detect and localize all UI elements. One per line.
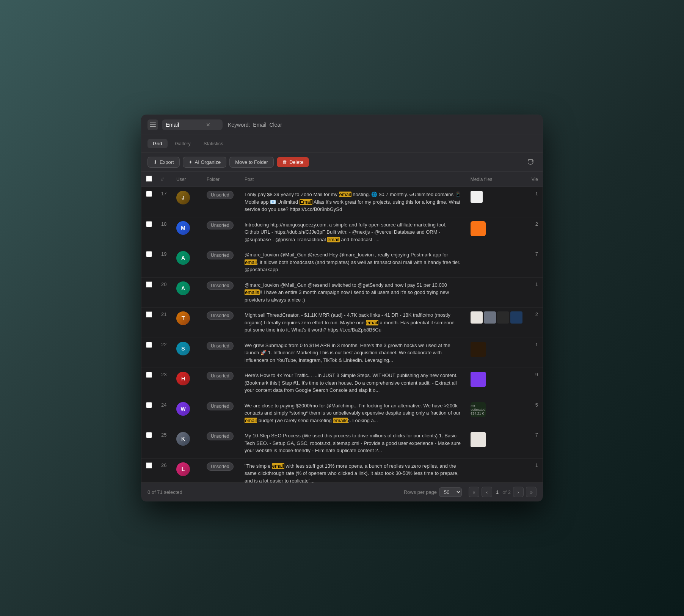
ai-icon: ✦ — [188, 159, 193, 165]
row-number: 26 — [157, 458, 172, 482]
last-page-button[interactable]: » — [526, 487, 537, 497]
post-text: My 10-Step SEO Process (We used this pro… — [240, 428, 466, 459]
avatar: H — [176, 372, 190, 385]
media-thumb[interactable] — [471, 342, 486, 357]
avatar: L — [176, 462, 190, 476]
selected-count: 0 of 71 selected — [147, 489, 182, 495]
tab-gallery[interactable]: Gallery — [170, 139, 196, 148]
rows-per-page-label: Rows per page — [404, 489, 437, 495]
row-checkbox[interactable] — [146, 191, 152, 197]
folder-badge[interactable]: Unsorted — [207, 372, 234, 380]
post-text: @marc_louvion @Mail_Gun @resend i switch… — [240, 277, 466, 308]
keyword-value: Email — [253, 122, 266, 128]
row-number: 22 — [157, 338, 172, 368]
col-header-number: # — [157, 172, 172, 187]
row-checkbox[interactable] — [146, 402, 152, 408]
table-row: 20 A Unsorted @marc_louvion @Mail_Gun @r… — [141, 277, 543, 308]
delete-button[interactable]: 🗑 Delete — [277, 157, 309, 167]
media-thumb[interactable] — [471, 372, 486, 387]
view-count: 7 — [527, 428, 543, 459]
post-text: We grew Submagic from 0 to $1M ARR in 3 … — [240, 338, 466, 368]
media-thumb[interactable] — [484, 311, 496, 324]
media-thumbnails — [471, 342, 522, 357]
keyword-badge: Keyword: Email Clear — [228, 122, 282, 128]
avatar: T — [176, 311, 190, 325]
search-clear-icon[interactable]: ✕ — [206, 122, 210, 127]
folder-badge[interactable]: Unsorted — [207, 251, 234, 259]
media-thumbnails — [471, 372, 522, 387]
folder-badge[interactable]: Unsorted — [207, 432, 234, 440]
media-thumb[interactable]: est estimated €14.21 € — [471, 402, 486, 417]
row-number: 21 — [157, 308, 172, 338]
tab-statistics[interactable]: Statistics — [198, 139, 229, 148]
row-checkbox[interactable] — [146, 311, 152, 317]
col-header-views: Vie — [527, 172, 543, 187]
actions-row: ⬇ Export ✦ AI Organize Move to Folder 🗑 … — [141, 152, 543, 172]
move-to-folder-button[interactable]: Move to Folder — [229, 157, 274, 168]
clear-button[interactable]: Clear — [269, 122, 282, 128]
statusbar: 0 of 71 selected Rows per page 50 25 100… — [141, 482, 543, 501]
search-input[interactable]: Email — [166, 122, 204, 128]
media-thumb[interactable] — [510, 311, 522, 324]
prev-page-button[interactable]: ‹ — [482, 487, 492, 497]
avatar: A — [176, 281, 190, 295]
folder-badge[interactable]: Unsorted — [207, 402, 234, 410]
data-table-container: # User Folder Post Media files Vie 17 J … — [141, 172, 543, 482]
row-checkbox[interactable] — [146, 372, 152, 378]
keyword-highlight: emails — [333, 418, 348, 423]
media-thumb[interactable] — [471, 432, 486, 447]
first-page-button[interactable]: « — [469, 487, 479, 497]
row-number: 19 — [157, 247, 172, 278]
col-header-media: Media files — [466, 172, 527, 187]
tab-grid[interactable]: Grid — [147, 139, 168, 148]
folder-badge[interactable]: Unsorted — [207, 281, 234, 290]
rows-per-page-select[interactable]: 50 25 100 — [439, 487, 462, 497]
view-count: 7 — [527, 247, 543, 278]
folder-badge[interactable]: Unsorted — [207, 342, 234, 350]
col-header-folder: Folder — [202, 172, 240, 187]
refresh-button[interactable] — [525, 156, 537, 168]
row-number: 25 — [157, 428, 172, 459]
next-page-button[interactable]: › — [513, 487, 524, 497]
keyword-highlight: email — [272, 463, 284, 469]
folder-badge[interactable]: Unsorted — [207, 191, 234, 199]
titlebar: Email ✕ Keyword: Email Clear — [141, 115, 543, 135]
row-checkbox[interactable] — [146, 221, 152, 227]
post-text: "The simple email with less stuff got 13… — [240, 458, 466, 482]
avatar: S — [176, 342, 190, 355]
search-box[interactable]: Email ✕ — [162, 119, 223, 130]
view-count: 9 — [527, 368, 543, 398]
folder-badge[interactable]: Unsorted — [207, 462, 234, 471]
row-checkbox[interactable] — [146, 432, 152, 438]
avatar: W — [176, 402, 190, 416]
view-count: 1 — [527, 458, 543, 482]
data-table: # User Folder Post Media files Vie 17 J … — [141, 172, 543, 482]
total-pages: of 2 — [502, 489, 511, 495]
media-thumb[interactable] — [497, 311, 509, 324]
export-button[interactable]: ⬇ Export — [147, 157, 180, 168]
row-checkbox[interactable] — [146, 281, 152, 288]
row-checkbox[interactable] — [146, 342, 152, 348]
media-thumbnails — [471, 221, 522, 236]
sidebar-toggle-button[interactable] — [147, 119, 158, 130]
row-checkbox[interactable] — [146, 462, 152, 468]
post-text: We are close to paying $2000/mo for @Mai… — [240, 398, 466, 428]
table-row: 17 J Unsorted I only pay $8.39 yearly to… — [141, 187, 543, 217]
media-thumb[interactable] — [471, 191, 483, 203]
media-thumbnails — [471, 311, 522, 324]
folder-badge[interactable]: Unsorted — [207, 311, 234, 320]
ai-organize-button[interactable]: ✦ AI Organize — [183, 157, 227, 168]
row-checkbox[interactable] — [146, 251, 152, 257]
media-thumb[interactable] — [471, 311, 483, 324]
folder-badge[interactable]: Unsorted — [207, 221, 234, 229]
table-row: 19 A Unsorted @marc_louvion @Mail_Gun @r… — [141, 247, 543, 278]
row-number: 18 — [157, 217, 172, 247]
avatar: M — [176, 221, 190, 235]
col-header-user: User — [172, 172, 202, 187]
media-thumbnails: est estimated €14.21 € — [471, 402, 522, 417]
view-count: 1 — [527, 187, 543, 217]
select-all-checkbox[interactable] — [146, 176, 152, 182]
media-thumb[interactable] — [471, 221, 486, 236]
table-row: 26 L Unsorted "The simple email with les… — [141, 458, 543, 482]
post-text: Introducing http://mangosqueezy.com, a s… — [240, 217, 466, 247]
